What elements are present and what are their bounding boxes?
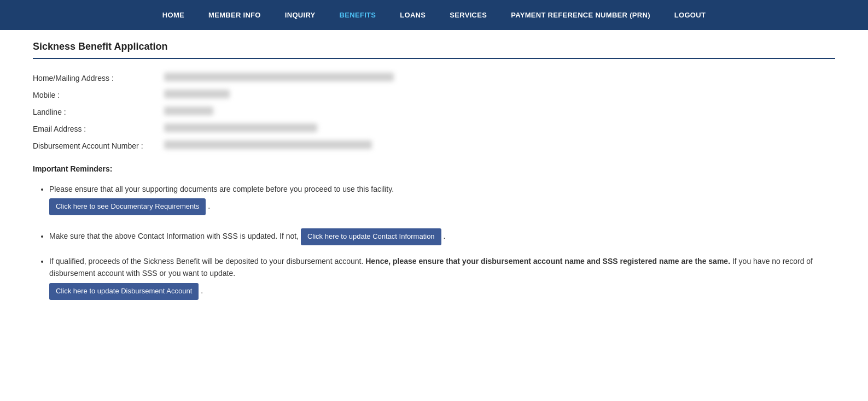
email-value [164,123,835,134]
nav-link-prn[interactable]: PAYMENT REFERENCE NUMBER (PRN) [499,1,662,29]
reminders-section: Important Reminders: Please ensure that … [33,164,835,300]
reminder-2-period: . [444,232,446,240]
nav-link-member-info[interactable]: MEMBER INFO [196,1,273,29]
reminder-2-text: Make sure that the above Contact Informa… [49,232,301,240]
reminder-3-bold: Hence, please ensure that your disbursem… [365,257,730,266]
email-label: Email Address : [33,125,164,133]
nav-item-services: SERVICES [438,1,499,29]
info-row-landline: Landline : [33,107,835,117]
nav-link-benefits[interactable]: BENEFITS [328,1,388,29]
nav-link-inquiry[interactable]: INQUIRY [273,1,328,29]
info-row-address: Home/Mailing Address : [33,73,835,83]
nav-item-member-info: MEMBER INFO [196,1,273,29]
mobile-blurred [164,90,230,98]
nav-link-logout[interactable]: LOGOUT [662,1,718,29]
nav-item-logout: LOGOUT [662,1,718,29]
info-row-account: Disbursement Account Number : [33,140,835,151]
nav-link-services[interactable]: SERVICES [438,1,499,29]
nav-link-loans[interactable]: LOANS [388,1,438,29]
reminder-item-1: Please ensure that all your supporting d… [49,183,835,215]
update-disbursement-button[interactable]: Click here to update Disbursement Accoun… [49,283,199,300]
account-blurred [164,140,372,149]
account-value [164,140,835,151]
address-value [164,73,835,83]
main-navigation: HOMEMEMBER INFOINQUIRYBENEFITSLOANSSERVI… [0,0,868,30]
page-title: Sickness Benefit Application [33,41,835,59]
info-row-email: Email Address : [33,123,835,134]
nav-item-prn: PAYMENT REFERENCE NUMBER (PRN) [499,1,662,29]
reminder-3-period: . [201,286,203,295]
mobile-label: Mobile : [33,91,164,99]
landline-value [164,107,835,117]
documentary-requirements-button[interactable]: Click here to see Documentary Requiremen… [49,198,206,215]
address-label: Home/Mailing Address : [33,74,164,82]
info-section: Home/Mailing Address : Mobile : Landline… [33,73,835,151]
nav-link-home[interactable]: HOME [150,1,196,29]
page-content: Sickness Benefit Application Home/Mailin… [0,30,868,321]
reminder-3-text-before: If qualified, proceeds of the Sickness B… [49,257,365,266]
nav-item-loans: LOANS [388,1,438,29]
reminder-1-period: . [208,202,210,210]
mobile-value [164,90,835,100]
reminder-item-2: Make sure that the above Contact Informa… [49,225,835,245]
landline-label: Landline : [33,108,164,116]
update-contact-button[interactable]: Click here to update Contact Information [301,228,441,245]
address-blurred [164,73,394,81]
nav-item-benefits: BENEFITS [328,1,388,29]
nav-item-inquiry: INQUIRY [273,1,328,29]
info-row-mobile: Mobile : [33,90,835,100]
landline-blurred [164,107,213,115]
reminder-1-text: Please ensure that all your supporting d… [49,185,394,193]
nav-item-home: HOME [150,1,196,29]
account-label: Disbursement Account Number : [33,141,164,150]
reminders-list: Please ensure that all your supporting d… [33,183,835,300]
email-blurred [164,123,317,132]
reminder-item-3: If qualified, proceeds of the Sickness B… [49,255,835,300]
reminders-title: Important Reminders: [33,164,835,173]
